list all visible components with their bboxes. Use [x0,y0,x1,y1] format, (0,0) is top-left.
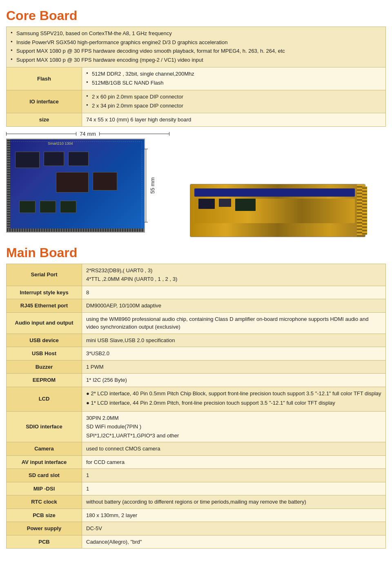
main-label-6: Buzzer [7,360,82,374]
main-label-7: EEPROM [7,374,82,387]
main-value-8: ● 2* LCD interface, 40 Pin 0.5mm Pitch C… [82,387,386,411]
main-label-5: USB Host [7,347,82,361]
main-value-2: DM9000AEP, 10/100M adaptive [82,299,386,313]
main-label-13: MIP -DSI [7,482,82,495]
main-label-1: Interrupt style keys [7,286,82,299]
main-value-16: DC-5V [82,522,386,535]
board-front-image: Smart210 1304 [6,139,145,233]
main-label-16: Power supply [7,522,82,535]
main-value-17: Cadance(Allegro), "brd" [82,535,386,549]
dimension-diagram: 74 mm Smart210 1304 [6,131,169,233]
main-label-12: SD card slot [7,469,82,482]
main-board-table: Serial Port2*RS232(DB9),( UART0 , 3)4*TT… [6,264,386,549]
core-value-3: 74 x 55 x 10 (mm) 6 layer high density b… [82,113,386,127]
main-value-1: 8 [82,286,386,299]
main-label-8: LCD [7,387,82,411]
main-board-title: Main Board [6,245,386,260]
core-board-title: Core Board [6,8,386,23]
main-value-0: 2*RS232(DB9),( UART0 , 3)4*TTL ,2.0MM 4P… [82,264,386,286]
main-value-13: 1 [82,482,386,495]
main-label-9: SDIO interface [7,411,82,442]
height-label: 55 mm [148,176,157,195]
core-label-2: IO interface [7,90,82,113]
main-value-10: used to connect CMOS camera [82,442,386,456]
main-value-7: 1* I2C (256 Byte) [82,374,386,387]
board-image-section: 74 mm Smart210 1304 [6,131,386,237]
main-value-11: for CCD camera [82,455,386,469]
core-label-1: Flash [7,67,82,90]
main-label-15: PCB size [7,509,82,522]
core-value-0: Samsung S5PV210, based on CortexTM-the A… [7,27,386,67]
main-label-0: Serial Port [7,264,82,286]
main-label-4: USB device [7,334,82,347]
core-label-3: size [7,113,82,127]
main-value-15: 180 x 130mm, 2 layer [82,509,386,522]
main-label-2: RJ45 Ethernet port [7,299,82,313]
board-side-image [190,184,365,237]
core-value-1: 512M DDR2 , 32bit, single channel,200Mhz… [82,67,386,90]
main-label-11: AV input interface [7,455,82,469]
core-value-2: 2 x 60 pin 2.0mm space DIP connector2 x … [82,90,386,113]
main-value-6: 1 PWM [82,360,386,374]
main-label-14: RTC clock [7,495,82,509]
core-board-table: Samsung S5PV210, based on CortexTM-the A… [6,27,386,127]
main-value-5: 3*USB2.0 [82,347,386,361]
main-label-3: Audio input and output [7,312,82,334]
main-value-9: 30PIN 2.0MMSD WiFi module(7PIN )SPI*1,I2… [82,411,386,442]
width-label: 74 mm [76,131,99,137]
main-value-3: using the WM8960 professional audio chip… [82,312,386,334]
main-label-17: PCB [7,535,82,549]
main-value-14: without battery (according to different … [82,495,386,509]
main-value-4: mini USB Slave,USB 2.0 specification [82,334,386,347]
main-label-10: Camera [7,442,82,456]
main-value-12: 1 [82,469,386,482]
